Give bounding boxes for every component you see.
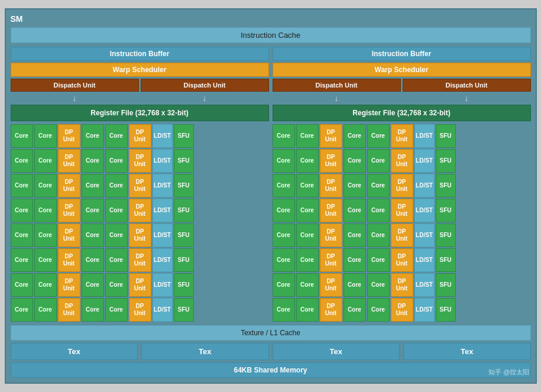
dp-cell: DP Unit (58, 248, 80, 272)
dp-cell: DP Unit (129, 199, 151, 222)
core-cell: Core (82, 273, 104, 297)
dp-cell: DP Unit (129, 149, 151, 173)
dp-cell: DP Unit (391, 223, 413, 247)
left-instr-buffer: Instruction Buffer (11, 47, 269, 61)
ldst-cell: LD/ST (414, 124, 435, 148)
left-arrow-2: ↓ (141, 93, 269, 103)
ldst-cell: LD/ST (153, 223, 173, 247)
right-arrow-1: ↓ (273, 93, 401, 103)
instruction-cache: Instruction Cache (11, 27, 531, 43)
dp-cell: DP Unit (391, 298, 413, 322)
cores-row: CoreCoreDP UnitCoreCoreDP UnitLD/STSFU (11, 248, 269, 272)
core-cell: Core (367, 248, 390, 272)
core-cell: Core (344, 174, 366, 197)
dp-cell: DP Unit (58, 174, 80, 197)
ldst-cell: LD/ST (153, 273, 173, 297)
dp-cell: DP Unit (391, 149, 413, 173)
cores-row: CoreCoreDP UnitCoreCoreDP UnitLD/STSFU (11, 199, 269, 222)
core-cell: Core (34, 223, 57, 247)
cores-row: CoreCoreDP UnitCoreCoreDP UnitLD/STSFU (273, 273, 531, 297)
watermark: 知乎 @捏太阳 (488, 368, 529, 377)
sfu-cell: SFU (174, 199, 194, 222)
core-cell: Core (273, 248, 295, 272)
core-cell: Core (105, 174, 128, 197)
sfu-cell: SFU (174, 248, 194, 272)
dp-cell: DP Unit (320, 298, 342, 322)
core-cell: Core (11, 248, 33, 272)
core-cell: Core (273, 273, 295, 297)
core-cell: Core (82, 199, 104, 222)
left-warp-scheduler: Warp Scheduler (11, 63, 269, 77)
core-cell: Core (367, 174, 390, 197)
sfu-cell: SFU (174, 174, 194, 197)
ldst-cell: LD/ST (153, 248, 173, 272)
right-warp-scheduler: Warp Scheduler (273, 63, 531, 77)
cores-row: CoreCoreDP UnitCoreCoreDP UnitLD/STSFU (11, 298, 269, 322)
sm-label: SM (11, 14, 531, 24)
core-cell: Core (296, 248, 319, 272)
sfu-cell: SFU (174, 298, 194, 322)
core-cell: Core (105, 124, 128, 148)
dp-cell: DP Unit (391, 273, 413, 297)
left-cores-grid: CoreCoreDP UnitCoreCoreDP UnitLD/STSFUCo… (11, 124, 269, 322)
core-cell: Core (296, 223, 319, 247)
right-instr-buffer: Instruction Buffer (273, 47, 531, 61)
core-cell: Core (82, 248, 104, 272)
core-cell: Core (367, 199, 390, 222)
core-cell: Core (34, 199, 57, 222)
cores-row: CoreCoreDP UnitCoreCoreDP UnitLD/STSFU (11, 273, 269, 297)
ldst-cell: LD/ST (414, 223, 435, 247)
core-cell: Core (296, 199, 319, 222)
right-dispatch-unit-1: Dispatch Unit (273, 79, 401, 92)
ldst-cell: LD/ST (153, 298, 173, 322)
core-cell: Core (82, 298, 104, 322)
sfu-cell: SFU (436, 174, 456, 197)
core-cell: Core (105, 298, 128, 322)
dp-cell: DP Unit (320, 248, 342, 272)
core-cell: Core (11, 223, 33, 247)
core-cell: Core (296, 174, 319, 197)
ldst-cell: LD/ST (414, 199, 435, 222)
core-cell: Core (11, 273, 33, 297)
dp-cell: DP Unit (320, 124, 342, 148)
core-cell: Core (344, 199, 366, 222)
dp-cell: DP Unit (129, 248, 151, 272)
dp-cell: DP Unit (320, 273, 342, 297)
dp-cell: DP Unit (58, 124, 80, 148)
ldst-cell: LD/ST (414, 174, 435, 197)
core-cell: Core (105, 223, 128, 247)
core-cell: Core (344, 248, 366, 272)
core-cell: Core (11, 149, 33, 173)
core-cell: Core (34, 174, 57, 197)
core-cell: Core (105, 248, 128, 272)
core-cell: Core (34, 298, 57, 322)
left-arrows: ↓ ↓ (11, 93, 269, 103)
sfu-cell: SFU (174, 223, 194, 247)
right-dispatch-row: Dispatch Unit Dispatch Unit (273, 79, 531, 92)
dp-cell: DP Unit (58, 149, 80, 173)
core-cell: Core (344, 223, 366, 247)
dp-cell: DP Unit (391, 199, 413, 222)
tex-3: Tex (273, 343, 400, 360)
core-cell: Core (344, 124, 366, 148)
right-cores-grid: CoreCoreDP UnitCoreCoreDP UnitLD/STSFUCo… (273, 124, 531, 322)
dp-cell: DP Unit (391, 248, 413, 272)
dp-cell: DP Unit (129, 223, 151, 247)
core-cell: Core (82, 223, 104, 247)
ldst-cell: LD/ST (414, 298, 435, 322)
left-dispatch-unit-1: Dispatch Unit (11, 79, 139, 92)
cores-row: CoreCoreDP UnitCoreCoreDP UnitLD/STSFU (273, 199, 531, 222)
core-cell: Core (367, 124, 390, 148)
core-cell: Core (82, 124, 104, 148)
core-cell: Core (82, 174, 104, 197)
core-cell: Core (367, 149, 390, 173)
texture-cache: Texture / L1 Cache (11, 325, 531, 341)
dp-cell: DP Unit (320, 174, 342, 197)
sfu-cell: SFU (174, 124, 194, 148)
dp-cell: DP Unit (391, 124, 413, 148)
core-cell: Core (105, 273, 128, 297)
sfu-cell: SFU (436, 124, 456, 148)
core-cell: Core (34, 149, 57, 173)
ldst-cell: LD/ST (414, 273, 435, 297)
left-arrow-1: ↓ (11, 93, 139, 103)
